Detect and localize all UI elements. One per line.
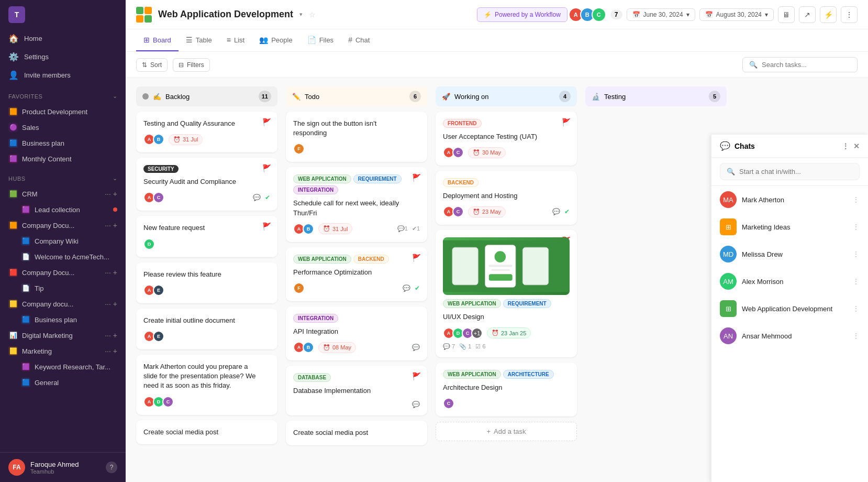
header: Web Application Development ▾ ☆ ⚡ Powere… [126, 0, 868, 29]
sidebar-item-tip[interactable]: 📄 Tip [13, 280, 126, 296]
chat-item-web-app-dev[interactable]: ⊞ Web Application Development ⋮ [711, 295, 868, 322]
due-date: ⏰08 May [318, 342, 356, 353]
toolbar: ⇅ Sort ⊟ Filters 🔍 [126, 52, 868, 78]
favorite-star-icon[interactable]: ☆ [309, 10, 316, 19]
card-api-integration[interactable]: INTEGRATION API Integration A B ⏰08 May … [286, 306, 427, 360]
card-security-audit[interactable]: 🚩 SECURITY Security Audit and Compliance… [136, 158, 277, 211]
plus-count: +1 [471, 327, 483, 339]
tab-table[interactable]: ☰ Table [179, 29, 219, 51]
card-architecture-design[interactable]: web application ARCHITECTURE Architectur… [436, 363, 577, 417]
more-icon-btn[interactable]: ⋮ [841, 6, 858, 23]
comment-icon: 💬 [412, 401, 420, 408]
sidebar-nav-invite[interactable]: 👤 Invite members [0, 66, 126, 84]
tip-icon: 📄 [21, 283, 30, 293]
crm-add-icon[interactable]: + [113, 190, 117, 198]
card-create-outline[interactable]: Create initial outline document A E [136, 309, 277, 349]
card-signout-button[interactable]: The sign out the button isn't responding… [286, 112, 427, 162]
search-input[interactable] [762, 61, 851, 69]
sidebar-group-marketing-header[interactable]: 🟨 Marketing ··· + [0, 343, 126, 359]
card-please-review[interactable]: Please review this feature A E [136, 262, 277, 303]
chat-search-input[interactable] [739, 168, 853, 176]
card-performance-opt[interactable]: 🚩 web application BACKEND Performance Op… [286, 247, 427, 301]
chat-item-more5-icon[interactable]: ⋮ [852, 304, 860, 313]
tag-web-app: web application [443, 370, 501, 379]
sidebar-item-sales[interactable]: 🟣 Sales [0, 119, 126, 135]
activity-icon-btn[interactable]: ⚡ [820, 6, 837, 23]
favorites-list: 🟧 Product Development 🟣 Sales 🟦 Business… [0, 104, 126, 167]
sidebar-nav-settings[interactable]: ⚙️ Settings [0, 48, 126, 66]
sidebar-nav-home[interactable]: 🏠 Home [0, 29, 126, 48]
card-new-feature-request[interactable]: 🚩 New feature request D [136, 216, 277, 257]
chat-item-melissa[interactable]: MD Melissa Drew ⋮ [711, 240, 868, 268]
workflow-icon: ⚡ [484, 11, 492, 18]
company-doc3-more-icon[interactable]: ··· [105, 300, 111, 308]
chat-item-more6-icon[interactable]: ⋮ [852, 332, 860, 340]
sidebar-item-business-plan2[interactable]: 🟦 Business plan [13, 312, 126, 327]
share-icon-btn[interactable]: ↗ [799, 6, 816, 23]
chat-item-more-icon[interactable]: ⋮ [852, 195, 860, 204]
card-mark-slide[interactable]: Mark Atherton could you prepare a slide … [136, 355, 277, 415]
lead-collection-icon: 🟪 [21, 205, 30, 214]
title-chevron-icon[interactable]: ▾ [299, 11, 303, 18]
sort-button[interactable]: ⇅ Sort [136, 58, 168, 72]
crm-more-icon[interactable]: ··· [105, 190, 111, 198]
flag-yellow-icon: 🚩 [262, 164, 271, 172]
card-social-media-backlog[interactable]: Create social media post [136, 420, 277, 444]
sidebar-item-product-development[interactable]: 🟧 Product Development [0, 104, 126, 119]
chat-item-mark[interactable]: MA Mark Atherton ⋮ [711, 186, 868, 213]
card-schedule-call[interactable]: 🚩 web application REQUIREMENT INTEGRATIO… [286, 167, 427, 242]
monitor-icon-btn[interactable]: 🖥 [778, 6, 795, 23]
chat-item-more4-icon[interactable]: ⋮ [852, 277, 860, 286]
member-count-badge[interactable]: 7 [610, 10, 622, 19]
tab-board[interactable]: ⊞ Board [136, 29, 179, 51]
sidebar-item-monthly-content[interactable]: 🟪 Monthly Content [0, 151, 126, 167]
card-db-implementation[interactable]: 🚩 DATABASE Database Implementation 💬 [286, 366, 427, 415]
sidebar-group-company-doc2-header[interactable]: 🟥 Company Docu... ··· + [0, 265, 126, 280]
start-date-chip[interactable]: 📅 June 30, 2024 ▾ [627, 8, 695, 21]
sidebar-item-keyword-research[interactable]: 🟪 Keyword Research, Tar... [13, 359, 126, 375]
tab-list[interactable]: ≡ List [219, 29, 252, 51]
chat-item-marketing-ideas[interactable]: ⊞ Marketing Ideas ⋮ [711, 213, 868, 240]
sidebar-item-welcome-acme[interactable]: 📄 Welcome to AcmeTech... [13, 249, 126, 265]
sidebar-item-company-wiki[interactable]: 🟦 Company Wiki [13, 233, 126, 249]
help-button[interactable]: ? [106, 462, 117, 473]
tag-security: SECURITY [143, 165, 179, 173]
chat-item-alex[interactable]: AM Alex Morrison ⋮ [711, 268, 868, 295]
sidebar-logo[interactable]: T [8, 6, 25, 23]
sidebar-item-business-plan[interactable]: 🟦 Business plan [0, 135, 126, 151]
tab-people[interactable]: 👥 People [252, 29, 299, 51]
header-actions: ⚡ Powered by a Workflow A B C 7 📅 June 3… [477, 6, 858, 23]
sidebar-group-company-doc1-header[interactable]: 🟧 Company Docu... ··· + [0, 217, 126, 233]
card-ux-design[interactable]: 🚩 web ap [436, 230, 577, 357]
marketing-more-icon[interactable]: ··· [105, 347, 111, 355]
card-testing-qa[interactable]: 🚩 Testing and Quality Assurance A B ⏰31 … [136, 112, 277, 152]
card-uat[interactable]: 🚩 FRONTEND User Acceptance Testing (UAT)… [436, 112, 577, 166]
tab-files[interactable]: 📄 Files [300, 29, 341, 51]
sidebar-item-general[interactable]: 🟦 General [13, 375, 126, 390]
sidebar-group-digital-marketing[interactable]: 📊 Digital Marketing ··· + [0, 327, 126, 343]
workflow-button[interactable]: ⚡ Powered by a Workflow [477, 7, 567, 22]
digital-marketing-more-icon[interactable]: ··· [105, 331, 111, 339]
chat-item-more3-icon[interactable]: ⋮ [852, 250, 860, 258]
company-doc3-add-icon[interactable]: + [113, 300, 117, 308]
chat-item-ansar[interactable]: AN Ansar Mehmood ⋮ [711, 322, 868, 349]
chat-more-icon[interactable]: ⋮ [842, 142, 849, 150]
company-doc2-add-icon[interactable]: + [113, 268, 117, 277]
card-deployment-hosting[interactable]: BACKEND Deployment and Hosting A C ⏰23 M… [436, 171, 577, 225]
sidebar-group-company-doc3-header[interactable]: 🟨 Company docu... ··· + [0, 296, 126, 312]
marketing-add-icon[interactable]: + [113, 347, 117, 355]
chat-item-more2-icon[interactable]: ⋮ [852, 223, 860, 231]
company-doc2-more-icon[interactable]: ··· [105, 268, 111, 277]
ansar-avatar: AN [720, 327, 737, 344]
company-doc1-more-icon[interactable]: ··· [105, 221, 111, 229]
end-date-chip[interactable]: 📅 August 30, 2024 ▾ [699, 8, 774, 21]
filters-button[interactable]: ⊟ Filters [173, 58, 210, 72]
company-doc1-add-icon[interactable]: + [113, 221, 117, 229]
tab-chat[interactable]: # Chat [341, 29, 377, 51]
sidebar-item-lead-collection[interactable]: 🟪 Lead collection [13, 202, 126, 217]
add-task-button[interactable]: + Add a task [436, 422, 577, 441]
digital-marketing-add-icon[interactable]: + [113, 331, 117, 339]
chat-close-icon[interactable]: ✕ [853, 142, 860, 150]
card-create-social-media[interactable]: Create social media post [286, 421, 427, 445]
sidebar-group-crm-header[interactable]: 🟩 CRM ··· + [0, 186, 126, 202]
